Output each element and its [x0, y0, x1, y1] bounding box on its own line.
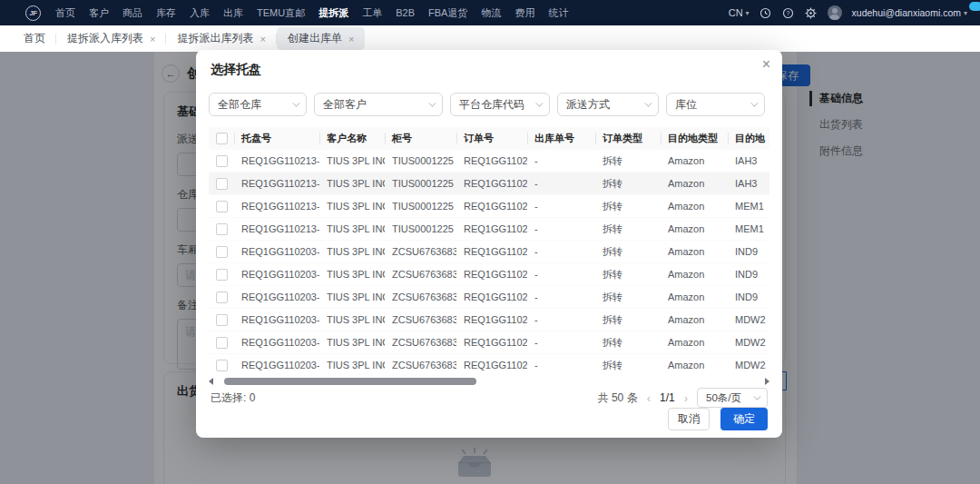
brand-logo-icon[interactable]: JF [25, 5, 41, 21]
table-body: REQ1GG110213-TIU...TIUS 3PL INCTIUS00012… [209, 150, 769, 375]
prev-page-icon[interactable]: ‹ [647, 391, 651, 405]
scrollbar-track[interactable] [217, 378, 761, 385]
filter-select[interactable]: 全部客户 [314, 93, 443, 116]
nav-item[interactable]: TEMU直邮 [257, 6, 305, 20]
row-checkbox[interactable] [216, 223, 228, 235]
row-checkbox-cell [209, 241, 234, 263]
table-cell: 拆转 [595, 354, 661, 375]
table-cell: - [527, 354, 595, 375]
table-cell: REQ1GG110213 [456, 173, 527, 195]
select-all-cell [209, 127, 234, 150]
table-cell: - [527, 173, 595, 195]
table-row[interactable]: REQ1GG110203-ZC...TIUS 3PL INCZCSU676368… [209, 309, 769, 331]
row-checkbox[interactable] [216, 269, 228, 281]
table-cell: - [527, 218, 595, 241]
tab-首页[interactable]: 首页 [13, 27, 56, 50]
tab-close-icon[interactable]: × [260, 34, 265, 44]
row-checkbox[interactable] [216, 291, 228, 303]
row-checkbox[interactable] [216, 360, 228, 371]
tab-close-icon[interactable]: × [348, 34, 354, 44]
table-cell: Amazon [661, 241, 728, 263]
main-menu: 首页客户商品库存入库出库TEMU直邮提拆派工单B2BFBA退货物流费用统计 [55, 6, 568, 20]
table-cell: REQ1GG110203-ZC... [234, 309, 319, 331]
table-row[interactable]: REQ1GG110203-ZC...TIUS 3PL INCZCSU676368… [209, 354, 769, 375]
confirm-button[interactable]: 确定 [720, 408, 768, 430]
scrollbar-thumb[interactable] [224, 378, 476, 385]
nav-item[interactable]: 费用 [514, 6, 534, 20]
filter-select[interactable]: 库位 [666, 93, 765, 116]
table-row[interactable]: REQ1GG110203-ZC...TIUS 3PL INCZCSU676368… [209, 241, 769, 263]
history-icon[interactable] [760, 6, 772, 19]
table-cell: - [527, 241, 595, 263]
table-row[interactable]: REQ1GG110203-ZC...TIUS 3PL INCZCSU676368… [209, 331, 769, 354]
filter-select[interactable]: 派送方式 [557, 93, 659, 116]
table-cell: 拆转 [595, 218, 661, 241]
row-checkbox-cell [209, 150, 234, 173]
row-checkbox[interactable] [216, 201, 228, 212]
row-checkbox[interactable] [216, 314, 228, 326]
svg-text:?: ? [787, 10, 790, 16]
table-cell: REQ1GG110203-ZC... [234, 263, 319, 286]
settings-icon[interactable] [805, 6, 818, 19]
table-cell: ZCSU6763683 [385, 286, 456, 309]
nav-item[interactable]: 客户 [89, 6, 109, 20]
language-switcher[interactable]: CN ▾ [729, 7, 750, 18]
top-nav: JF 首页客户商品库存入库出库TEMU直邮提拆派工单B2BFBA退货物流费用统计… [0, 0, 980, 25]
help-icon[interactable]: ? [782, 6, 795, 19]
nav-item[interactable]: B2B [396, 7, 415, 18]
table-cell: REQ1GG110213-TIU... [234, 218, 319, 241]
scroll-left-icon[interactable] [209, 378, 213, 385]
nav-item[interactable]: 首页 [55, 6, 75, 20]
filter-select[interactable]: 全部仓库 [209, 93, 307, 116]
chevron-down-icon [535, 99, 543, 106]
table-row[interactable]: REQ1GG110213-TIU...TIUS 3PL INCTIUS00012… [209, 195, 769, 218]
nav-item[interactable]: 库存 [156, 6, 176, 20]
table-row[interactable]: REQ1GG110213-TIU...TIUS 3PL INCTIUS00012… [209, 173, 769, 195]
browser-scrollbar-thumb[interactable] [969, 2, 980, 11]
page-size-value: 50条/页 [706, 391, 741, 405]
nav-item[interactable]: 入库 [190, 6, 210, 20]
table-cell: - [527, 195, 595, 218]
table-row[interactable]: REQ1GG110213-TIU...TIUS 3PL INCTIUS00012… [209, 218, 769, 241]
row-checkbox[interactable] [216, 178, 228, 190]
table-cell: Amazon [661, 195, 728, 218]
table-row[interactable]: REQ1GG110213-TIU...TIUS 3PL INCTIUS00012… [209, 150, 769, 173]
tab-close-icon[interactable]: × [150, 34, 155, 44]
user-menu[interactable]: xudehui@dianxiaomi.com ▾ [852, 7, 967, 18]
table-cell: ZCSU6763683 [385, 263, 456, 286]
user-avatar[interactable] [828, 5, 842, 20]
table-cell: Amazon [661, 309, 728, 331]
nav-item[interactable]: 商品 [122, 6, 142, 20]
table-row[interactable]: REQ1GG110203-ZC...TIUS 3PL INCZCSU676368… [209, 263, 769, 286]
row-checkbox[interactable] [216, 155, 228, 167]
page-size-select[interactable]: 50条/页 [697, 388, 768, 408]
nav-item[interactable]: FBA退货 [428, 6, 467, 20]
cancel-button[interactable]: 取消 [668, 408, 710, 430]
next-page-icon[interactable]: › [684, 391, 688, 405]
column-header: 柜号 [385, 127, 456, 150]
tab-创建出库单[interactable]: 创建出库单× [277, 27, 365, 50]
nav-item[interactable]: 统计 [548, 6, 568, 20]
filter-select[interactable]: 平台仓库代码 [450, 93, 550, 116]
select-all-checkbox[interactable] [216, 133, 228, 144]
row-checkbox[interactable] [216, 337, 228, 349]
tab-提拆派入库列表[interactable]: 提拆派入库列表× [56, 27, 166, 50]
nav-item[interactable]: 提拆派 [318, 6, 348, 20]
table-cell: Amazon [661, 286, 728, 309]
close-icon[interactable]: × [762, 56, 770, 73]
table-row[interactable]: REQ1GG110203-ZC...TIUS 3PL INCZCSU676368… [209, 286, 769, 309]
row-checkbox[interactable] [216, 246, 228, 258]
scroll-right-icon[interactable] [765, 378, 769, 385]
nav-item[interactable]: 物流 [481, 6, 501, 20]
table-cell: REQ1GG110203 [456, 263, 527, 286]
table-cell: 拆转 [595, 241, 661, 263]
nav-item[interactable]: 工单 [362, 6, 382, 20]
total-count: 共 50 条 [598, 390, 638, 406]
tab-label: 创建出库单 [288, 31, 342, 46]
column-header: 客户名称 [319, 127, 385, 150]
table-cell: - [527, 286, 595, 309]
tab-提拆派出库列表[interactable]: 提拆派出库列表× [166, 27, 276, 50]
row-checkbox-cell [209, 218, 234, 241]
nav-right-cluster: CN ▾ ? xudehui@dianxiaomi.com ▾ [729, 5, 967, 20]
nav-item[interactable]: 出库 [223, 6, 243, 20]
